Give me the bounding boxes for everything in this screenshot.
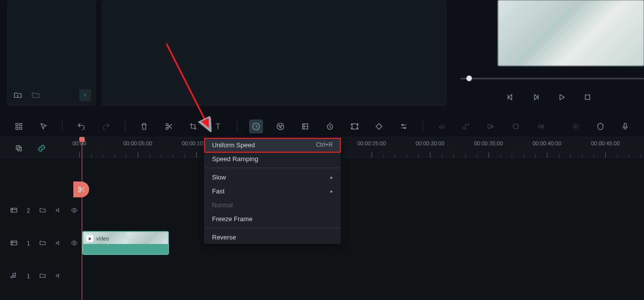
svg-rect-0 bbox=[585, 95, 590, 100]
folder-icon[interactable] bbox=[39, 207, 46, 215]
copy-icon[interactable] bbox=[12, 141, 26, 155]
crop-icon[interactable] bbox=[186, 120, 200, 133]
mute-icon[interactable] bbox=[55, 207, 62, 215]
ruler-label: 00:00:45:00 bbox=[591, 140, 620, 146]
separator bbox=[237, 121, 237, 132]
menu-normal: Normal bbox=[204, 198, 341, 212]
collapse-panel-icon[interactable] bbox=[79, 89, 91, 101]
pointer-icon[interactable] bbox=[37, 120, 51, 133]
svg-point-19 bbox=[538, 125, 541, 128]
player-panel bbox=[453, 0, 644, 106]
upper-panels bbox=[0, 0, 644, 113]
mute-icon[interactable] bbox=[55, 272, 62, 281]
duration-icon[interactable] bbox=[323, 120, 337, 133]
svg-point-11 bbox=[280, 127, 281, 128]
svg-rect-26 bbox=[11, 208, 17, 212]
menu-separator bbox=[204, 228, 341, 228]
svg-rect-22 bbox=[16, 146, 20, 150]
chevron-right-icon: ▸ bbox=[330, 188, 333, 194]
svg-rect-18 bbox=[514, 124, 518, 129]
fit-icon[interactable] bbox=[509, 120, 523, 133]
menu-reverse[interactable]: Reverse bbox=[204, 230, 341, 244]
stop-button[interactable] bbox=[582, 91, 593, 103]
undo-icon[interactable] bbox=[74, 120, 88, 133]
menu-fast[interactable]: Fast▸ bbox=[204, 184, 341, 198]
play-icon bbox=[86, 235, 93, 242]
svg-rect-28 bbox=[11, 241, 17, 245]
track-number: 1 bbox=[27, 273, 30, 280]
svg-rect-3 bbox=[16, 127, 18, 130]
timeline-toolbar bbox=[0, 118, 644, 135]
ruler-label: 00:00:05:00 bbox=[123, 140, 152, 146]
center-panel bbox=[102, 0, 447, 106]
separator bbox=[125, 121, 125, 132]
menu-uniform-speed[interactable]: Uniform Speed Ctrl+R bbox=[204, 138, 341, 152]
svg-point-10 bbox=[281, 125, 282, 126]
svg-rect-14 bbox=[352, 124, 357, 129]
svg-rect-4 bbox=[19, 127, 22, 130]
svg-point-8 bbox=[277, 123, 284, 130]
video-clip[interactable]: video bbox=[82, 231, 169, 255]
shortcut-label: Ctrl+R bbox=[316, 141, 333, 148]
svg-rect-21 bbox=[624, 123, 627, 127]
folder-icon[interactable] bbox=[39, 240, 46, 248]
audio-sync-icon[interactable] bbox=[484, 120, 498, 133]
track-number: 2 bbox=[27, 207, 30, 214]
link-icon[interactable] bbox=[35, 141, 49, 155]
svg-point-29 bbox=[73, 242, 75, 244]
marker-icon[interactable] bbox=[593, 120, 607, 133]
media-library-panel bbox=[7, 0, 96, 106]
folder-icon[interactable] bbox=[39, 272, 46, 281]
split-clip-button[interactable] bbox=[73, 181, 89, 197]
track-number: 1 bbox=[27, 240, 30, 247]
voiceover-icon[interactable] bbox=[534, 120, 547, 133]
play-button[interactable] bbox=[556, 91, 568, 103]
audio-track-icon bbox=[10, 272, 18, 281]
video-track-icon bbox=[10, 206, 18, 216]
menu-speed-ramping[interactable]: Speed Ramping bbox=[204, 152, 341, 166]
text-icon[interactable] bbox=[211, 120, 225, 133]
ruler-label: 00:00:25:00 bbox=[357, 140, 386, 146]
ruler-label: 00:00:35:00 bbox=[474, 140, 503, 146]
svg-rect-17 bbox=[488, 124, 491, 128]
render-icon[interactable] bbox=[569, 120, 583, 133]
audio-detach-icon[interactable] bbox=[460, 120, 474, 133]
redo-icon[interactable] bbox=[99, 120, 113, 133]
equalizer-icon[interactable] bbox=[435, 120, 449, 133]
speed-dropdown-menu: Uniform Speed Ctrl+R Speed Ramping Slow▸… bbox=[204, 138, 341, 244]
ruler-label: 00:00:30:00 bbox=[416, 140, 444, 146]
folder-add-icon[interactable] bbox=[12, 89, 24, 101]
separator bbox=[423, 121, 423, 132]
visibility-icon[interactable] bbox=[71, 240, 78, 248]
visibility-icon[interactable] bbox=[71, 207, 78, 215]
mic-icon[interactable] bbox=[618, 120, 632, 133]
color-icon[interactable] bbox=[274, 120, 288, 133]
next-frame-button[interactable] bbox=[530, 91, 542, 103]
svg-point-20 bbox=[573, 123, 579, 129]
menu-freeze-frame[interactable]: Freeze Frame bbox=[204, 212, 341, 226]
svg-rect-1 bbox=[16, 123, 18, 126]
slider-handle[interactable] bbox=[466, 75, 472, 81]
chevron-right-icon: ▸ bbox=[330, 175, 333, 180]
mute-icon[interactable] bbox=[55, 240, 62, 248]
video-track-icon bbox=[10, 239, 18, 248]
autoreframe-icon[interactable] bbox=[348, 120, 362, 133]
delete-icon[interactable] bbox=[137, 120, 151, 133]
speed-icon[interactable] bbox=[249, 120, 263, 133]
scissors-icon[interactable] bbox=[162, 120, 176, 133]
clip-label: video bbox=[96, 236, 109, 241]
timeline-ruler[interactable]: 00:0000:00:05:0000:00:10:0000:00:25:0000… bbox=[79, 140, 644, 156]
menu-separator bbox=[204, 168, 341, 168]
playback-slider[interactable] bbox=[460, 75, 644, 81]
svg-rect-2 bbox=[19, 123, 22, 126]
keyframe-icon[interactable] bbox=[373, 120, 386, 133]
adjust-icon[interactable] bbox=[397, 120, 411, 133]
playhead[interactable] bbox=[82, 137, 82, 300]
menu-slow[interactable]: Slow▸ bbox=[204, 170, 341, 184]
mask-icon[interactable] bbox=[298, 120, 312, 133]
separator bbox=[62, 121, 62, 132]
preview-frame bbox=[498, 0, 644, 66]
grid-icon[interactable] bbox=[12, 120, 26, 133]
prev-frame-button[interactable] bbox=[504, 91, 516, 103]
folder-icon[interactable] bbox=[30, 89, 42, 101]
